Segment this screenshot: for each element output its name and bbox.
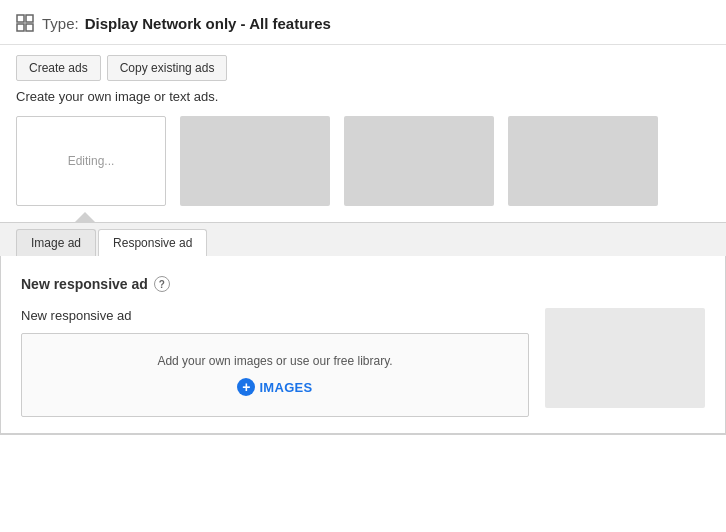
section-title-text: New responsive ad	[21, 276, 148, 292]
ad-preview-editing[interactable]: Editing...	[16, 116, 166, 206]
tab-arrow-indicator	[75, 212, 95, 222]
svg-rect-0	[17, 15, 24, 22]
type-prefix-label: Type:	[42, 15, 79, 32]
add-images-label: IMAGES	[259, 380, 312, 395]
ad-previews-row: Editing...	[0, 116, 726, 206]
responsive-ad-row: New responsive ad Add your own images or…	[21, 308, 705, 417]
copy-existing-ads-button[interactable]: Copy existing ads	[107, 55, 228, 81]
tabs-container: Image ad Responsive ad New responsive ad…	[0, 222, 726, 435]
tab-responsive-ad[interactable]: Responsive ad	[98, 229, 207, 256]
add-images-button[interactable]: + IMAGES	[237, 378, 312, 396]
type-value-label: Display Network only - All features	[85, 15, 331, 32]
tab-image-ad-label: Image ad	[31, 236, 81, 250]
create-ads-button[interactable]: Create ads	[16, 55, 101, 81]
ad-preview-placeholder-3[interactable]	[508, 116, 658, 206]
image-upload-area[interactable]: Add your own images or use our free libr…	[21, 333, 529, 417]
svg-rect-3	[26, 24, 33, 31]
editing-label: Editing...	[68, 154, 115, 168]
section-title: New responsive ad ?	[21, 276, 705, 292]
responsive-ad-left: New responsive ad Add your own images or…	[21, 308, 529, 417]
svg-rect-1	[26, 15, 33, 22]
ad-preview-placeholder-1[interactable]	[180, 116, 330, 206]
tab-image-ad[interactable]: Image ad	[16, 229, 96, 256]
ad-preview-placeholder-2[interactable]	[344, 116, 494, 206]
tab-responsive-ad-label: Responsive ad	[113, 236, 192, 250]
plus-circle-icon: +	[237, 378, 255, 396]
svg-rect-2	[17, 24, 24, 31]
tabs-bar: Image ad Responsive ad	[0, 223, 726, 256]
upload-text: Add your own images or use our free libr…	[42, 354, 508, 368]
tab-content-responsive-ad: New responsive ad ? New responsive ad Ad…	[0, 256, 726, 434]
toolbar: Create ads Copy existing ads	[0, 45, 726, 89]
responsive-ad-preview	[545, 308, 705, 408]
page-header: Type: Display Network only - All feature…	[0, 0, 726, 45]
description-text: Create your own image or text ads.	[0, 89, 726, 116]
help-icon[interactable]: ?	[154, 276, 170, 292]
responsive-ad-title: New responsive ad	[21, 308, 529, 323]
grid-icon	[16, 14, 34, 32]
